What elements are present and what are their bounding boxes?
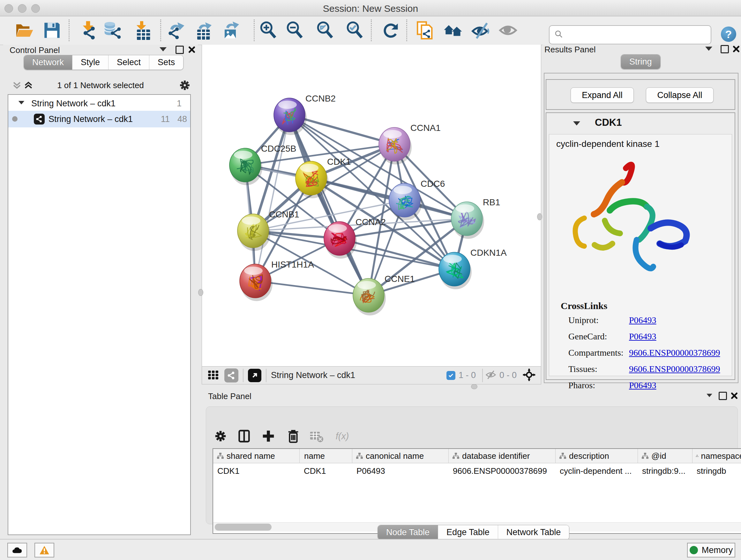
table-cell[interactable]: 9606.ENSP00000378699 (449, 463, 555, 479)
tab-style[interactable]: Style (72, 55, 108, 70)
zoom-fit-icon[interactable] (315, 20, 335, 41)
table-cell[interactable]: cyclin-dependent ... (556, 463, 637, 479)
function-builder-icon[interactable]: f(x) (333, 428, 350, 444)
network-node-CCNA1[interactable] (379, 127, 412, 165)
network-views-icon[interactable] (443, 20, 463, 41)
tab-edge-table[interactable]: Edge Table (438, 525, 498, 540)
tree-expand-icon[interactable] (18, 101, 24, 105)
delete-icon[interactable] (285, 428, 301, 444)
zoom-out-icon[interactable] (285, 20, 305, 41)
zoom-selected-icon[interactable] (345, 20, 365, 41)
add-column-icon[interactable] (260, 428, 277, 444)
results-panel-menu-icon[interactable] (705, 47, 712, 51)
help-button[interactable]: ? (721, 26, 736, 42)
scrollbar-thumb[interactable] (215, 523, 272, 531)
collapse-all-networks-icon[interactable] (12, 80, 22, 91)
table-cell[interactable]: stringdb (692, 463, 741, 479)
tab-network[interactable]: Network (24, 55, 72, 70)
export-table-icon[interactable] (193, 20, 214, 41)
control-panel-float-icon[interactable] (176, 46, 184, 54)
cdk1-section-collapse-icon[interactable] (573, 121, 580, 125)
share-view-icon[interactable] (224, 368, 239, 382)
results-panel-close-icon[interactable] (733, 45, 740, 52)
crosslink-value-link[interactable]: P06493 (629, 380, 657, 390)
tab-sets[interactable]: Sets (149, 55, 183, 70)
network-node-CDK1[interactable] (295, 161, 328, 198)
expand-all-networks-icon[interactable] (23, 80, 33, 91)
show-graphics-icon[interactable] (498, 20, 518, 41)
export-network-icon[interactable] (167, 20, 187, 41)
collapse-all-button[interactable]: Collapse All (646, 87, 714, 103)
tab-select[interactable]: Select (108, 55, 149, 70)
network-node-CCNA2[interactable] (324, 222, 357, 259)
network-canvas[interactable]: CCNB2CCNA1CDC25BCDK1CDC6RB1CCNB1CCNA2CDK… (202, 45, 541, 366)
settings-gear-icon[interactable] (212, 428, 229, 444)
network-collection-row[interactable]: String Network – cdk1 1 (8, 96, 190, 111)
table-cell[interactable]: stringdb:9... (638, 463, 692, 479)
network-node-CCNE1[interactable] (353, 278, 386, 315)
network-node-CCNB2[interactable] (274, 98, 307, 135)
search-input[interactable] (563, 30, 711, 40)
expand-all-button[interactable]: Expand All (570, 87, 634, 103)
column-header-@id[interactable]: @id (638, 449, 692, 463)
network-row-selected[interactable]: String Network – cdk1 11 48 (8, 111, 190, 127)
tab-node-table[interactable]: Node Table (378, 525, 438, 540)
table-cell[interactable]: CDK1 (300, 463, 352, 479)
results-panel-float-icon[interactable] (721, 45, 729, 53)
warnings-button[interactable] (35, 543, 54, 557)
network-view-toolbar: String Network – cdk1 1 - 0 0 - 0 (202, 366, 541, 384)
crosslink-label: Uniprot: (568, 315, 629, 325)
column-header-database-identifier[interactable]: database identifier (449, 449, 556, 463)
table-panel-close-icon[interactable] (731, 392, 738, 399)
left-splitter-grip[interactable] (198, 289, 203, 296)
column-header-name[interactable]: name (300, 449, 352, 463)
import-network-icon[interactable] (78, 20, 98, 41)
memory-status-icon (690, 546, 698, 554)
columns-icon[interactable] (236, 428, 253, 444)
toolbar-separator (254, 19, 255, 41)
delete-table-icon[interactable] (308, 428, 325, 444)
zoom-in-icon[interactable] (258, 20, 279, 41)
node-label-CCNB1: CCNB1 (269, 209, 299, 219)
column-header-canonical-name[interactable]: canonical name (352, 449, 449, 463)
crosslink-value-link[interactable]: 9606.ENSP00000378699 (629, 348, 720, 358)
column-header-namespace[interactable]: namespace (692, 449, 741, 463)
cytoscape-window: Session: New Session ? Control Panel Net… (0, 0, 741, 560)
table-cell[interactable]: CDK1 (213, 463, 299, 479)
clone-network-icon[interactable] (415, 20, 435, 41)
open-new-window-icon[interactable] (248, 369, 261, 382)
network-edge[interactable] (255, 115, 289, 281)
right-splitter-grip[interactable] (537, 213, 542, 220)
node-label-CCNA2: CCNA2 (355, 217, 386, 227)
save-session-icon[interactable] (42, 20, 62, 41)
tab-network-table[interactable]: Network Table (498, 525, 569, 540)
grid-view-icon[interactable] (207, 368, 220, 382)
column-header-shared-name[interactable]: shared name (213, 449, 300, 463)
import-database-icon[interactable] (103, 20, 123, 41)
network-node-CDKN1A[interactable] (439, 252, 472, 289)
network-node-RB1[interactable] (451, 202, 484, 239)
table-panel-menu-icon[interactable] (706, 394, 712, 397)
column-header-description[interactable]: description (556, 449, 638, 463)
crosslink-value-link[interactable]: 9606.ENSP00000378699 (629, 364, 720, 374)
network-node-CDC25B[interactable] (229, 148, 262, 185)
birdseye-icon[interactable] (522, 368, 536, 383)
selected-checkbox[interactable] (447, 371, 455, 380)
table-panel-float-icon[interactable] (719, 392, 727, 400)
network-node-HIST1H1A[interactable] (240, 264, 273, 301)
horizontal-splitter-grip[interactable] (471, 384, 477, 389)
refresh-icon[interactable] (381, 20, 401, 41)
crosslink-value-link[interactable]: P06493 (629, 315, 657, 325)
table-cell[interactable]: P06493 (352, 463, 448, 479)
cloud-button[interactable] (7, 543, 27, 557)
export-image-icon[interactable] (221, 20, 241, 41)
memory-button[interactable]: Memory (687, 543, 735, 557)
open-session-icon[interactable] (14, 20, 35, 41)
control-panel-menu-icon[interactable] (159, 47, 166, 51)
control-panel-close-icon[interactable] (188, 46, 195, 53)
crosslink-value-link[interactable]: P06493 (629, 331, 657, 341)
tab-string[interactable]: String (621, 55, 660, 69)
hide-graphics-icon[interactable] (470, 20, 491, 41)
import-table-icon[interactable] (131, 20, 152, 41)
network-options-gear-icon[interactable] (178, 78, 192, 93)
